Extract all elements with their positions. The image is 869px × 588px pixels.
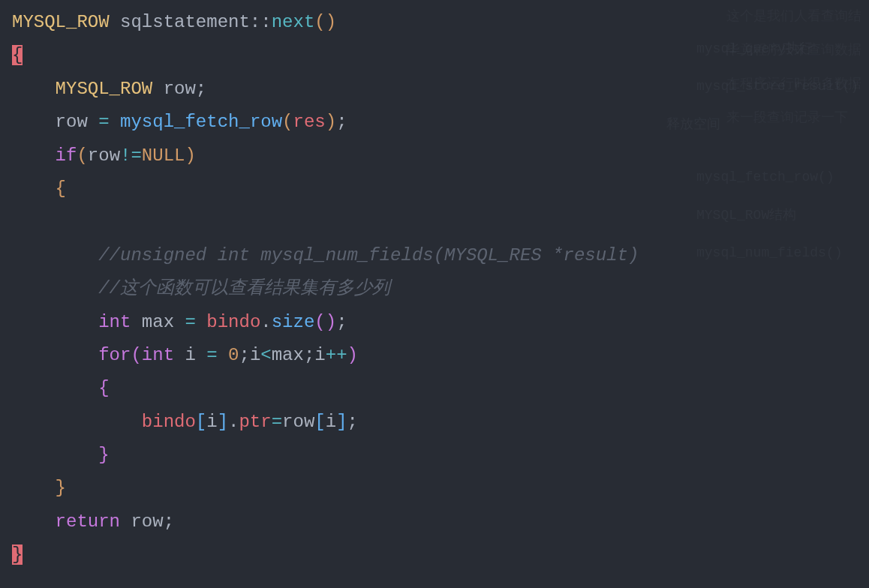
code-line-12[interactable]: bindo[i].ptr=row[i]; bbox=[12, 406, 869, 439]
brace-open-highlight: { bbox=[12, 45, 23, 65]
code-line-8[interactable]: //这个函数可以查看结果集有多少列 bbox=[12, 272, 869, 305]
code-line-13[interactable]: } bbox=[12, 439, 869, 472]
code-line-6[interactable]: { bbox=[12, 172, 869, 206]
code-line-7[interactable]: //unsigned int mysql_num_fields(MYSQL_RE… bbox=[12, 239, 869, 272]
code-line-9[interactable]: int max = bindo.size(); bbox=[12, 306, 869, 339]
code-line-11[interactable]: { bbox=[12, 372, 869, 405]
code-line-10[interactable]: for(int i = 0;i<max;i++) bbox=[12, 339, 869, 372]
code-line-14[interactable]: } bbox=[12, 472, 869, 505]
code-line-5[interactable]: if(row!=NULL) bbox=[12, 140, 869, 172]
code-line-2[interactable]: { bbox=[12, 39, 869, 72]
code-line-16[interactable]: } bbox=[12, 538, 869, 572]
code-line-3[interactable]: MYSQL_ROW row; bbox=[12, 73, 869, 106]
code-line-15[interactable]: return row; bbox=[12, 506, 869, 538]
code-line-4[interactable]: row = mysql_fetch_row(res); bbox=[12, 106, 869, 139]
brace-close-highlight: } bbox=[12, 544, 23, 565]
code-line-1[interactable]: MYSQL_ROW sqlstatement::next() bbox=[12, 6, 869, 39]
code-line-blank1[interactable] bbox=[12, 206, 869, 238]
code-editor[interactable]: MYSQL_ROW sqlstatement::next() { MYSQL_R… bbox=[0, 0, 869, 572]
